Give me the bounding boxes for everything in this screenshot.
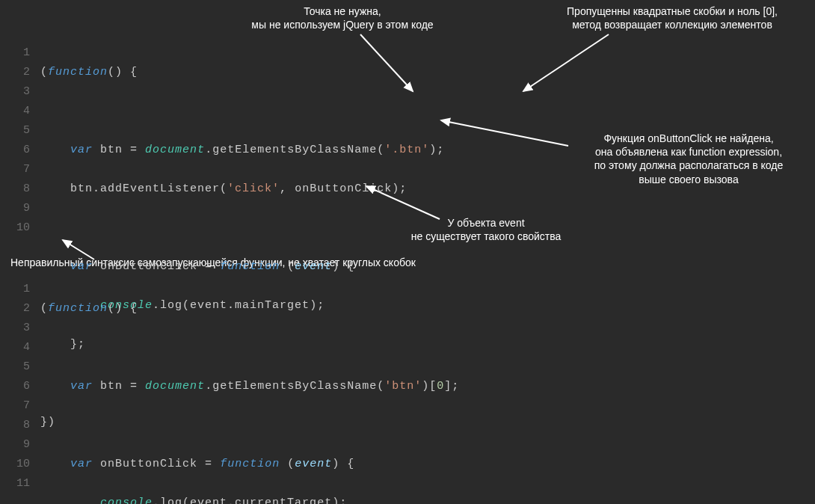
line-number: 4 [9,338,30,357]
annotation-brackets-missing: Пропущенны квадратные скобки и ноль [0],… [549,4,796,31]
arrow-to-dot [359,33,426,100]
code-line: var onButtonClick = function (event) { [40,455,459,474]
annotation-line: не существует такого свойства [389,230,583,243]
code-line: console.log(event.currentTarget); [40,494,459,504]
line-number: 7 [9,396,30,416]
line-number: 8 [9,179,30,199]
line-number: 11 [9,474,30,494]
annotation-line: Функция onButtonClick не найдена, [573,132,805,145]
line-number: 2 [9,299,30,319]
annotation-line: У объекта event [389,216,583,230]
arrow-to-iife [58,237,103,267]
svg-line-0 [360,34,413,91]
code-line: (function() { [40,299,459,319]
line-number: 2 [9,63,30,82]
line-number: 6 [9,377,30,396]
annotation-line: по этому должна располагаться в коде [573,159,805,172]
svg-line-2 [441,120,568,146]
svg-line-4 [63,240,94,259]
line-number: 6 [9,141,30,160]
line-gutter: 1 2 3 4 5 6 7 8 9 10 11 [9,280,40,504]
code-line [40,338,459,357]
line-number: 1 [9,43,30,63]
line-number: 3 [9,319,30,338]
arrow-to-onbuttonclick [434,116,576,161]
line-number: 10 [9,455,30,474]
line-number: 4 [9,102,30,121]
annotation-line: Пропущенны квадратные скобки и ноль [0], [549,4,796,18]
line-number: 1 [9,280,30,299]
line-number: 7 [9,160,30,179]
line-number: 9 [9,435,30,455]
code-line [40,416,459,435]
line-number: 8 [9,416,30,435]
arrow-to-brackets [516,33,613,100]
annotation-line: выше своего вызова [573,173,805,186]
annotation-event-property: У объекта event не существует такого сво… [389,216,583,243]
annotation-line: она объявлена как function expression, [573,145,805,159]
annotation-dot-not-needed: Точка не нужна, мы не используем jQuery … [223,4,462,31]
line-number: 3 [9,82,30,102]
code-content: (function() { var btn = document.getElem… [40,280,459,504]
annotation-line: метод возвращает коллекцию элементов [549,18,796,31]
annotation-line: мы не используем jQuery в этом коде [223,18,462,31]
line-number: 10 [9,218,30,238]
line-number: 5 [9,357,30,377]
line-number: 5 [9,121,30,141]
code-block-correct: 1 2 3 4 5 6 7 8 9 10 11 (function() { va… [9,280,459,504]
annotation-onbuttonclick-not-found: Функция onButtonClick не найдена, она об… [573,132,805,186]
code-line: var btn = document.getElementsByClassNam… [40,141,444,160]
svg-line-3 [366,186,440,219]
code-line: var btn = document.getElementsByClassNam… [40,377,459,396]
line-number: 9 [9,199,30,218]
svg-line-1 [523,34,609,91]
code-line [40,102,444,121]
annotation-line: Точка не нужна, [223,4,462,18]
